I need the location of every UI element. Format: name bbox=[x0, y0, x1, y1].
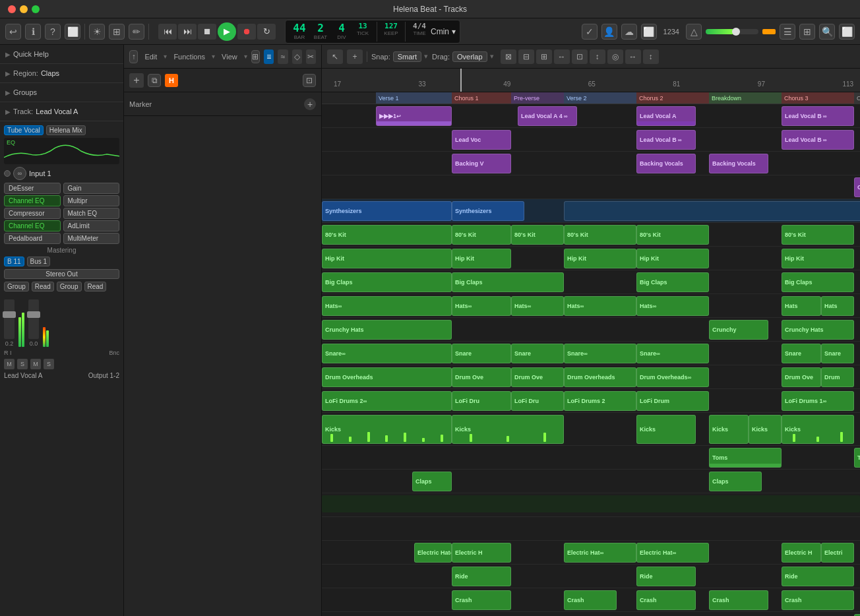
clip-kicks-2[interactable]: Kicks bbox=[452, 415, 564, 444]
clip-hats-7[interactable]: Hats bbox=[821, 296, 854, 316]
clip-snare-5[interactable]: Snare ∞ bbox=[636, 344, 709, 363]
clip-lead-a-2[interactable]: Lead Vocal A 4 ∞ bbox=[518, 106, 577, 126]
group-btn[interactable]: Group bbox=[4, 282, 29, 292]
clip-drumoh-6[interactable]: Drum Ove bbox=[782, 367, 821, 387]
snap-value[interactable]: Smart bbox=[393, 51, 421, 62]
clip-crash-2[interactable]: Crash bbox=[564, 590, 617, 610]
fader-right-track[interactable] bbox=[28, 299, 39, 339]
master-volume-slider[interactable] bbox=[706, 29, 758, 34]
clip-hats-2[interactable]: Hats ∞ bbox=[452, 296, 511, 316]
clip-drumoh-3[interactable]: Drum Ove bbox=[511, 367, 564, 387]
clip-drumoh-1[interactable]: Drum Overheads bbox=[322, 367, 452, 387]
quick-help-row[interactable]: ▶ Quick Help bbox=[5, 49, 118, 59]
input-link[interactable]: ∞ bbox=[13, 167, 26, 180]
clip-lead-b-2[interactable]: Lead Vocal B ∞ bbox=[636, 130, 696, 150]
helena-mix-plugin[interactable]: Helena Mix bbox=[46, 125, 86, 135]
view-menu[interactable]: View bbox=[219, 51, 240, 62]
clip-crunchy-2[interactable]: Crunchy bbox=[709, 320, 768, 340]
clip-synth-2[interactable]: Synthesizers bbox=[452, 201, 524, 221]
volume-thumb[interactable] bbox=[732, 28, 740, 36]
clips-scroll-area[interactable]: ▶▶▶1↩ Lead Vocal A 4 ∞ Lead Vocal A Lead… bbox=[322, 104, 860, 616]
clip-bigclaps-3[interactable]: Big Claps bbox=[636, 272, 709, 292]
clip-lofi-2[interactable]: LoFi Dru bbox=[452, 391, 511, 411]
clip-toms-2[interactable]: Toms bbox=[854, 448, 860, 468]
clip-snare-7[interactable]: Snare bbox=[821, 344, 854, 363]
clip-snare-2[interactable]: Snare bbox=[452, 344, 511, 363]
group-btn2[interactable]: Group bbox=[57, 282, 82, 292]
piano-button[interactable]: ⬜ bbox=[65, 24, 80, 40]
clip-hats-1[interactable]: Hats ∞ bbox=[322, 296, 452, 316]
clip-snare-1[interactable]: Snare ∞ bbox=[322, 344, 452, 363]
list-view-button[interactable]: ☰ bbox=[780, 24, 795, 40]
mixer-button[interactable]: ⊞ bbox=[109, 24, 125, 40]
clip-hats-4[interactable]: Hats ∞ bbox=[564, 296, 636, 316]
clip-elec-hat-6[interactable]: Electri bbox=[821, 543, 854, 563]
read-btn2[interactable]: Read bbox=[84, 282, 107, 292]
tool8[interactable]: ↔ bbox=[625, 49, 641, 64]
cycle-button[interactable]: ↻ bbox=[257, 24, 276, 40]
clip-lofi-6[interactable]: LoFi Drums 1 ∞ bbox=[782, 391, 854, 411]
clip-ride-2[interactable]: Ride bbox=[636, 567, 696, 586]
clip-crunchy-3[interactable]: Crunchy Hats bbox=[782, 320, 854, 340]
maximize-button[interactable] bbox=[32, 5, 40, 13]
clip-drumoh-2[interactable]: Drum Ove bbox=[452, 367, 511, 387]
search-button[interactable]: 🔍 bbox=[819, 24, 835, 40]
tool9[interactable]: ↕ bbox=[643, 49, 659, 64]
brightness-button[interactable]: ☀ bbox=[89, 24, 105, 40]
match-eq-plugin[interactable]: Match EQ bbox=[63, 208, 120, 219]
play-button[interactable]: ▶ bbox=[218, 22, 236, 41]
clip-ride-1[interactable]: Ride bbox=[452, 567, 511, 586]
pedalboard-plugin[interactable]: Pedalboard bbox=[4, 233, 61, 244]
clip-hipkit-4[interactable]: Hip Kit bbox=[636, 249, 709, 268]
clip-backing-2[interactable]: Backing Vocals bbox=[636, 154, 696, 173]
fader-left-thumb[interactable] bbox=[3, 311, 16, 318]
clip-ride-3[interactable]: Ride bbox=[782, 567, 854, 586]
clip-bigclaps-4[interactable]: Big Claps bbox=[782, 272, 854, 292]
clip-lead-a-3[interactable]: Lead Vocal A bbox=[636, 106, 696, 126]
add-mode-btn[interactable]: + bbox=[347, 49, 363, 64]
clip-claps-2[interactable]: Claps bbox=[709, 472, 762, 491]
clip-hipkit-3[interactable]: Hip Kit bbox=[564, 249, 636, 268]
read-btn[interactable]: Read bbox=[32, 282, 54, 292]
clip-kicks-6[interactable]: Kicks bbox=[782, 415, 854, 444]
main-solo-btn2[interactable]: S bbox=[44, 359, 54, 369]
punch-h-btn[interactable]: H bbox=[165, 74, 178, 87]
fader-left-track[interactable] bbox=[4, 299, 15, 339]
clip-kicks-1[interactable]: Kicks bbox=[322, 415, 452, 444]
clip-elec-hat-3[interactable]: Electric Hat ∞ bbox=[564, 543, 636, 563]
clip-kicks-3[interactable]: Kicks bbox=[636, 415, 696, 444]
clip-synth-1[interactable]: Synthesizers bbox=[322, 201, 452, 221]
clip-80skit-4[interactable]: 80's Kit bbox=[564, 225, 636, 245]
fader-right-thumb[interactable] bbox=[27, 311, 40, 318]
people-button[interactable]: 👤 bbox=[601, 24, 617, 40]
edit-menu[interactable]: Edit bbox=[142, 51, 160, 62]
share-button[interactable]: ⬜ bbox=[641, 24, 657, 40]
multimeter-plugin[interactable]: MultiMeter bbox=[63, 233, 120, 244]
clip-crash-5[interactable]: Crash bbox=[782, 590, 854, 610]
region-row[interactable]: ▶ Region: Claps bbox=[5, 68, 118, 78]
main-mute-btn[interactable]: M bbox=[4, 359, 15, 369]
clip-bigclaps-1[interactable]: Big Claps bbox=[322, 272, 452, 292]
clip-lead-b-1[interactable]: Lead Voc bbox=[452, 130, 511, 150]
clip-backing-3[interactable]: Backing Vocals bbox=[709, 154, 768, 173]
tool2[interactable]: ⊟ bbox=[518, 49, 534, 64]
minimize-button[interactable] bbox=[20, 5, 28, 13]
clip-80skit-3[interactable]: 80's Kit bbox=[511, 225, 564, 245]
clip-backing-1[interactable]: Backing V bbox=[452, 154, 511, 173]
clip-hats-3[interactable]: Hats ∞ bbox=[511, 296, 564, 316]
duplicate-btn[interactable]: ⧉ bbox=[148, 74, 161, 87]
pointer-tool[interactable]: ↖ bbox=[327, 49, 343, 64]
clip-lead-b-3[interactable]: Lead Vocal B ∞ bbox=[782, 130, 854, 150]
clip-drumoh-4[interactable]: Drum Overheads bbox=[564, 367, 636, 387]
clip-toms-1[interactable]: Toms bbox=[709, 448, 782, 468]
drag-value[interactable]: Overlap bbox=[452, 51, 487, 62]
forward-button[interactable]: ⏭ bbox=[178, 24, 197, 40]
window-controls[interactable] bbox=[8, 5, 40, 13]
mode-btn3[interactable]: ◇ bbox=[292, 49, 302, 64]
clip-elec-hat-2[interactable]: Electric H bbox=[452, 543, 511, 563]
clip-kicks-4[interactable]: Kicks bbox=[709, 415, 749, 444]
clip-bigclaps-2[interactable]: Big Claps bbox=[452, 272, 564, 292]
adlimit-plugin[interactable]: AdLimit bbox=[63, 220, 120, 231]
tube-vocal-plugin[interactable]: Tube Vocal bbox=[4, 125, 44, 135]
clip-lofi-3[interactable]: LoFi Dru bbox=[511, 391, 564, 411]
